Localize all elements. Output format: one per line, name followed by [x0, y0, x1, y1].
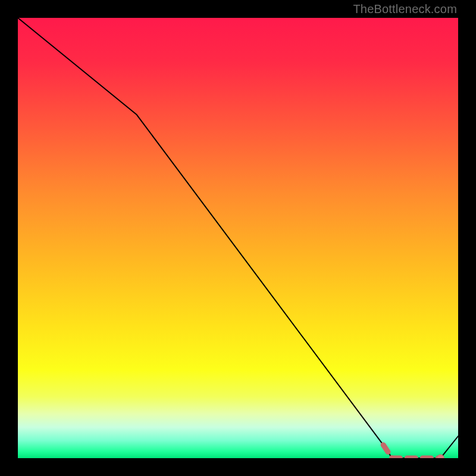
- watermark-text: TheBottleneck.com: [353, 2, 457, 16]
- bottleneck-curve-line: [18, 18, 458, 458]
- highlight-segment-line: [383, 445, 440, 458]
- plot-lines: [18, 18, 458, 458]
- plot-area: [18, 18, 458, 458]
- chart-stage: TheBottleneck.com: [0, 0, 476, 476]
